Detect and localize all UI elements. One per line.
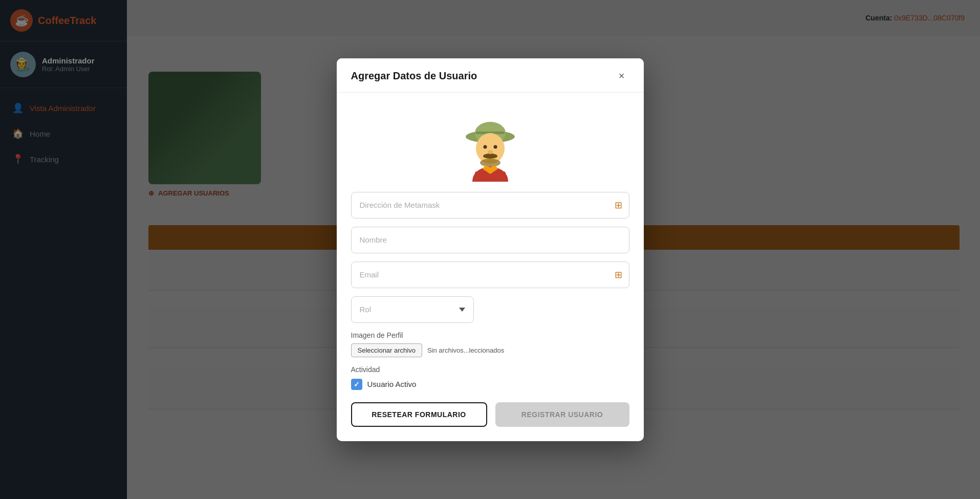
- metamask-icon: ⊞: [615, 200, 622, 211]
- modal-close-button[interactable]: ×: [614, 69, 629, 84]
- actividad-section: Actividad ✓ Usuario Activo: [351, 365, 629, 390]
- modal-body: ⊞ ⊞ Rol Admin Farmer Retaile: [337, 93, 644, 441]
- file-select-button[interactable]: Seleccionar archivo: [351, 343, 422, 357]
- modal-title: Agregar Datos de Usuario: [351, 70, 477, 82]
- nombre-input[interactable]: [351, 227, 629, 253]
- profile-image-section: Imagen de Perfil Seleccionar archivo Sin…: [351, 331, 629, 357]
- checkbox-row: ✓ Usuario Activo: [351, 379, 629, 390]
- email-input[interactable]: [351, 262, 629, 288]
- modal-buttons: RESETEAR FORMULARIO REGISTRAR USUARIO: [351, 402, 629, 427]
- svg-rect-9: [475, 171, 488, 182]
- profile-image-label: Imagen de Perfil: [351, 331, 629, 339]
- modal-overlay: Agregar Datos de Usuario ×: [0, 0, 980, 499]
- active-checkbox-label: Usuario Activo: [367, 380, 417, 388]
- check-mark-icon: ✓: [354, 380, 360, 388]
- email-input-wrapper: ⊞: [351, 262, 629, 288]
- metamask-input[interactable]: [351, 192, 629, 219]
- svg-point-7: [493, 145, 497, 148]
- modal-header: Agregar Datos de Usuario ×: [337, 58, 644, 93]
- active-checkbox[interactable]: ✓: [351, 379, 362, 390]
- rol-field: Rol Admin Farmer Retailer Empacador: [351, 296, 629, 323]
- svg-point-4: [480, 159, 500, 167]
- rol-select[interactable]: Rol Admin Farmer Retailer Empacador: [351, 296, 474, 323]
- modal-add-user: Agregar Datos de Usuario ×: [337, 58, 644, 441]
- svg-point-8: [488, 150, 493, 154]
- svg-point-5: [483, 154, 497, 159]
- reset-button[interactable]: RESETEAR FORMULARIO: [351, 402, 487, 427]
- register-button[interactable]: REGISTRAR USUARIO: [495, 402, 629, 427]
- farmer-avatar-svg: [452, 105, 529, 182]
- avatar-section: [351, 93, 629, 192]
- email-icon: ⊞: [615, 269, 622, 280]
- metamask-input-wrapper: ⊞: [351, 192, 629, 219]
- actividad-label: Actividad: [351, 365, 629, 374]
- metamask-field: ⊞: [351, 192, 629, 219]
- file-name-text: Sin archivos...leccionados: [427, 346, 504, 354]
- svg-point-6: [483, 145, 487, 148]
- nombre-field: [351, 227, 629, 253]
- svg-rect-10: [493, 171, 506, 182]
- email-field: ⊞: [351, 262, 629, 288]
- file-input-row: Seleccionar archivo Sin archivos...lecci…: [351, 343, 629, 357]
